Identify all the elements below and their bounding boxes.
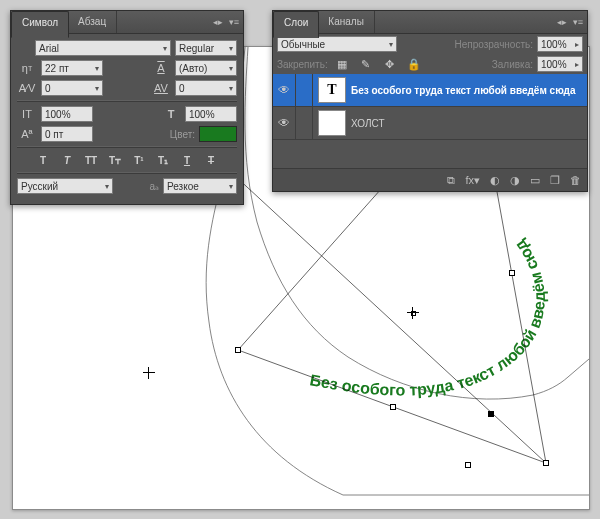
hscale-icon: T — [161, 106, 181, 122]
kerning-icon: A⁄V — [17, 80, 37, 96]
layer-name[interactable]: ХОЛСТ — [351, 118, 587, 129]
layer-fx-icon[interactable]: fx▾ — [465, 174, 480, 187]
visibility-icon[interactable]: 👁 — [273, 107, 296, 139]
layer-row[interactable]: 👁 ХОЛСТ — [273, 107, 587, 140]
visibility-icon[interactable]: 👁 — [273, 74, 296, 106]
fill-label: Заливка: — [492, 59, 533, 70]
opacity-label: Непрозрачность: — [454, 39, 533, 50]
font-style-select[interactable]: Regular▾ — [175, 40, 237, 56]
collapse-icon[interactable]: ◂▸ — [557, 17, 567, 27]
blend-mode-select[interactable]: Обычные▾ — [277, 36, 397, 52]
layer-name[interactable]: Без особого труда текст любой введём сюд… — [351, 85, 587, 96]
new-layer-icon[interactable]: ❐ — [550, 174, 560, 187]
baseline-icon: Aª — [17, 126, 37, 142]
color-label: Цвет: — [170, 129, 195, 140]
tab-paragraph[interactable]: Абзац — [68, 11, 117, 33]
center-marker — [407, 307, 419, 319]
layer-group-icon[interactable]: ▭ — [530, 174, 540, 187]
hscale-input[interactable]: 100% — [185, 106, 237, 122]
tab-channels[interactable]: Каналы — [318, 11, 375, 33]
adjustment-layer-icon[interactable]: ◑ — [510, 174, 520, 187]
lock-move-icon[interactable]: ✥ — [380, 56, 400, 72]
color-swatch[interactable] — [199, 126, 237, 142]
lock-paint-icon[interactable]: ✎ — [356, 56, 376, 72]
leading-icon: A — [151, 60, 171, 76]
tab-symbol[interactable]: Символ — [11, 11, 69, 38]
lock-label: Закрепить: — [277, 59, 328, 70]
layer-thumbnail[interactable]: T — [318, 77, 346, 103]
character-panel: Символ Абзац ◂▸ ▾≡ Arial▾ Regular▾ ηT 22… — [10, 10, 244, 205]
font-size-icon: ηT — [17, 60, 37, 76]
transform-handle[interactable] — [235, 347, 241, 353]
leading-select[interactable]: (Авто)▾ — [175, 60, 237, 76]
fill-input[interactable]: 100%▸ — [537, 56, 583, 72]
collapse-icon[interactable]: ◂▸ — [213, 17, 223, 27]
italic-button[interactable]: T — [58, 152, 76, 168]
transform-handle[interactable] — [465, 462, 471, 468]
transform-handle[interactable] — [543, 460, 549, 466]
link-layers-icon[interactable]: ⧉ — [447, 174, 455, 187]
bold-button[interactable]: T — [34, 152, 52, 168]
tracking-select[interactable]: 0▾ — [175, 80, 237, 96]
lock-transparent-icon[interactable]: ▦ — [332, 56, 352, 72]
font-size-select[interactable]: 22 пт▾ — [41, 60, 103, 76]
baseline-input[interactable]: 0 пт — [41, 126, 93, 142]
underline-button[interactable]: T — [178, 152, 196, 168]
path-start-marker — [143, 367, 155, 379]
layers-footer: ⧉ fx▾ ◐ ◑ ▭ ❐ 🗑 — [273, 168, 587, 191]
kerning-select[interactable]: 0▾ — [41, 80, 103, 96]
vscale-icon: IT — [17, 106, 37, 122]
tracking-icon: AV — [151, 80, 171, 96]
menu-icon[interactable]: ▾≡ — [229, 17, 239, 27]
font-family-select[interactable]: Arial▾ — [35, 40, 171, 56]
menu-icon[interactable]: ▾≡ — [573, 17, 583, 27]
subscript-button[interactable]: T₁ — [154, 152, 172, 168]
strike-button[interactable]: T — [202, 152, 220, 168]
superscript-button[interactable]: T¹ — [130, 152, 148, 168]
layer-row[interactable]: 👁 T Без особого труда текст любой введём… — [273, 74, 587, 107]
lock-all-icon[interactable]: 🔒 — [404, 56, 424, 72]
panel-header[interactable]: Слои Каналы ◂▸ ▾≡ — [273, 11, 587, 34]
smallcaps-button[interactable]: Tᴛ — [106, 152, 124, 168]
opacity-input[interactable]: 100%▸ — [537, 36, 583, 52]
language-select[interactable]: Русский▾ — [17, 178, 113, 194]
antialias-select[interactable]: Резкое▾ — [163, 178, 237, 194]
transform-handle[interactable] — [488, 411, 494, 417]
layer-thumbnail[interactable] — [318, 110, 346, 136]
layer-list: 👁 T Без особого труда текст любой введём… — [273, 74, 587, 168]
delete-layer-icon[interactable]: 🗑 — [570, 174, 581, 186]
transform-handle[interactable] — [509, 270, 515, 276]
layers-panel: Слои Каналы ◂▸ ▾≡ Обычные▾ Непрозрачност… — [272, 10, 588, 192]
tab-layers[interactable]: Слои — [273, 11, 319, 38]
allcaps-button[interactable]: TT — [82, 152, 100, 168]
antialias-icon: aₐ — [149, 181, 159, 192]
layer-mask-icon[interactable]: ◐ — [490, 174, 500, 187]
vscale-input[interactable]: 100% — [41, 106, 93, 122]
panel-header[interactable]: Символ Абзац ◂▸ ▾≡ — [11, 11, 243, 34]
transform-handle[interactable] — [390, 404, 396, 410]
